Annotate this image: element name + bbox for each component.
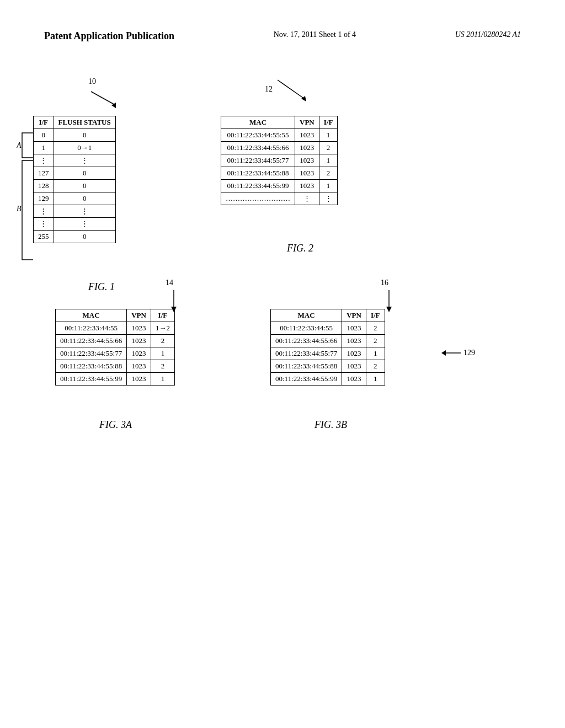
fig3a-col-mac: MAC (56, 309, 127, 322)
table-row: 00:11:22:33:44:55 1023 2 (271, 322, 385, 335)
header-center: Nov. 17, 2011 Sheet 1 of 4 (274, 30, 356, 39)
table-row: 00:11:22:33:44:55:66 1023 2 (271, 335, 385, 347)
table-row: 255 0 (34, 231, 116, 243)
table-row: 00:11:22:33:44:55:88 1023 2 (56, 360, 175, 373)
fig3b-table: MAC VPN I/F 00:11:22:33:44:55 1023 2 00:… (270, 309, 385, 386)
table-row: 00:11:22:33:44:55:77 1023 1 (271, 347, 385, 360)
table-row: 00:11:22:33:44:55:66 1023 2 (56, 335, 175, 347)
ref-129: 129 (441, 347, 475, 358)
table-row: 00:11:22:33:44:55:88 1023 2 (271, 360, 385, 373)
svg-text:B: B (17, 205, 22, 213)
svg-marker-16 (441, 350, 446, 356)
table-row: 127 0 (34, 167, 116, 180)
header-right: US 2011/0280242 A1 (455, 30, 521, 39)
table-row: 00:11:22:33:44:55:77 1023 1 (56, 347, 175, 360)
table-row: 0 0 (34, 129, 116, 142)
fig2-col-mac: MAC (221, 116, 295, 129)
fig3b-label: FIG. 3B (315, 419, 347, 431)
table-row: 00:11:22:33:44:55:66 1023 2 (221, 142, 338, 154)
table-row: ⋮ ⋮ (34, 154, 116, 167)
table-row: 00:11:22:33:44:55:77 1023 1 (221, 154, 338, 167)
svg-text:A: A (17, 141, 22, 149)
table-row: 00:11:22:33:44:55 1023 1→2 (56, 322, 175, 335)
fig3b-col-mac: MAC (271, 309, 342, 322)
page: Patent Application Publication Nov. 17, … (0, 0, 565, 728)
fig3a-container: 14 MAC VPN I/F 00:11:22:33:44:55 (55, 309, 175, 386)
fig3a-table: MAC VPN I/F 00:11:22:33:44:55 1023 1→2 0… (55, 309, 175, 386)
fig2-label: FIG. 2 (287, 243, 313, 254)
fig1-col-flush: FLUSH STATUS (54, 116, 115, 129)
ref-14: 14 (166, 279, 182, 315)
table-row: 00:11:22:33:44:55:99 1023 1 (221, 180, 338, 192)
fig1-table: I/F FLUSH STATUS 0 0 1 0→1 ⋮ ⋮ (33, 116, 116, 243)
fig2-col-if: I/F (319, 116, 338, 129)
bracket-a-svg: A (17, 130, 36, 160)
table-row: 129 0 (34, 192, 116, 205)
table-row: 00:11:22:33:44:55:55 1023 1 (221, 129, 338, 142)
svg-line-5 (91, 92, 116, 105)
bracket-b-svg: B (17, 158, 36, 265)
table-row: 128 0 (34, 180, 116, 192)
fig3b-container: 16 129 MAC VPN I/F (270, 309, 385, 386)
header-left: Patent Application Publication (44, 30, 174, 42)
table-row: 00:11:22:33:44:55:99 1023 1 (56, 373, 175, 386)
header: Patent Application Publication Nov. 17, … (44, 30, 521, 42)
fig2-table: MAC VPN I/F 00:11:22:33:44:55:55 1023 1 … (221, 116, 338, 205)
ref-10: 10 (88, 77, 121, 108)
svg-marker-12 (171, 307, 177, 312)
svg-marker-14 (386, 307, 392, 312)
fig3a-col-vpn: VPN (127, 309, 151, 322)
ref-12: 12 (265, 77, 313, 102)
fig2-container: 12 MAC VPN I/F 00:11:22:33:44:55:55 (221, 116, 338, 205)
svg-line-9 (278, 80, 305, 99)
table-row: ⋮ ⋮ (34, 218, 116, 231)
table-row: 00:11:22:33:44:55:99 1023 1 (271, 373, 385, 386)
fig1-col-if: I/F (34, 116, 54, 129)
table-row: 1 0→1 (34, 142, 116, 154)
ref-16: 16 (381, 279, 397, 315)
table-row: 00:11:22:33:44:55:88 1023 2 (221, 167, 338, 180)
fig1-label: FIG. 1 (88, 281, 115, 293)
fig3b-col-vpn: VPN (342, 309, 366, 322)
table-row: ⋮ ⋮ (34, 205, 116, 218)
table-row: ……………………… ⋮ ⋮ (221, 192, 338, 205)
fig3a-label: FIG. 3A (99, 419, 132, 431)
fig1-container: 10 I/F FLUSH STATUS 0 0 (33, 116, 116, 243)
fig2-col-vpn: VPN (295, 116, 319, 129)
